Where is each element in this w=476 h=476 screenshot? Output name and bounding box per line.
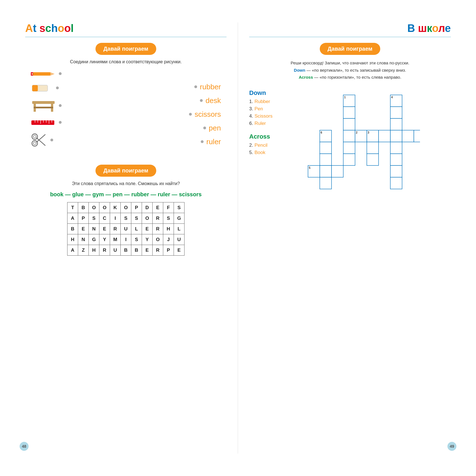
match-image-eraser [31, 83, 59, 93]
clues-panel: Down 1. Rubber 3. Pen 4. Scissors 6. Rul… [249, 89, 294, 208]
ws-cell: K [110, 202, 121, 213]
match-image-desk [31, 98, 62, 113]
word-dot-3 [189, 113, 192, 116]
desk-icon [31, 98, 56, 113]
svg-rect-33 [390, 107, 402, 118]
crossword-area: Down 1. Rubber 3. Pen 4. Scissors 6. Rul… [249, 89, 451, 208]
match-image-ruler [31, 118, 62, 127]
ws-cell: I [110, 213, 121, 224]
svg-rect-36 [390, 142, 402, 154]
ws-cell: N [89, 224, 99, 234]
intro-line3-rest: — «по горизонтали», то есть слева направ… [314, 75, 401, 80]
right-title-line [249, 37, 451, 37]
ws-cell: Y [142, 234, 153, 245]
ws-cell: O [153, 234, 163, 245]
clue-5-book: 5. Book [249, 150, 294, 155]
match-word-ruler: ruler [201, 137, 221, 146]
svg-point-19 [32, 134, 38, 139]
word-dot-5 [201, 140, 204, 143]
ws-cell: E [142, 245, 153, 256]
clue-book: Book [255, 150, 265, 155]
svg-rect-29 [343, 142, 355, 154]
clues-down: Down 1. Rubber 3. Pen 4. Scissors 6. Rul… [249, 89, 294, 126]
word-dot-1 [194, 85, 197, 88]
ws-cell: S [163, 213, 174, 224]
ws-cell: A [67, 245, 78, 256]
ws-cell: F [163, 202, 174, 213]
ws-row: BENERULERHL [67, 224, 185, 234]
match-word-scissors: scissors [189, 110, 221, 119]
crossword-grid-wrapper: .cw-cell { fill: white; stroke: #0072bc;… [302, 89, 451, 208]
ws-cell: Z [78, 245, 89, 256]
ws-cell: R [99, 245, 110, 256]
intro-down: Down [294, 68, 305, 73]
svg-line-23 [36, 138, 45, 146]
svg-rect-35 [390, 130, 402, 142]
svg-text:2: 2 [356, 131, 358, 134]
svg-text:4: 4 [391, 96, 393, 99]
ws-cell: G [174, 213, 185, 224]
ws-cell: P [131, 202, 142, 213]
ws-cell: B [131, 245, 142, 256]
ruler-icon [31, 118, 56, 127]
word-dot-4 [203, 127, 206, 129]
left-play-btn-2[interactable]: Давай поиграем [95, 165, 156, 177]
ws-cell: H [67, 234, 78, 245]
ws-cell: O [121, 202, 131, 213]
clues-across: Across 2. Pencil 5. Book [249, 133, 294, 155]
svg-rect-44 [320, 165, 332, 177]
ws-row: AZHRUBBERPE [67, 245, 185, 256]
clue-pencil: Pencil [255, 143, 267, 148]
ws-cell: E [153, 202, 163, 213]
svg-rect-57 [332, 165, 343, 177]
ws-cell: U [121, 224, 131, 234]
right-play-btn[interactable]: Давай поиграем [320, 43, 380, 55]
crossword-svg: .cw-cell { fill: white; stroke: #0072bc;… [302, 89, 420, 207]
svg-rect-39 [390, 177, 402, 189]
ws-cell: B [67, 224, 78, 234]
svg-rect-26 [343, 107, 355, 118]
ws-cell: O [99, 202, 110, 213]
matching-section: rubber desk scissors pen ruler [28, 69, 224, 159]
svg-rect-37 [390, 154, 402, 165]
ws-cell: A [67, 213, 78, 224]
left-title-line [25, 37, 227, 37]
svg-line-22 [36, 134, 45, 142]
svg-rect-5 [32, 85, 38, 91]
ws-cell: D [142, 202, 153, 213]
ws-cell: J [163, 234, 174, 245]
svg-rect-52 [379, 130, 390, 142]
ws-cell: E [99, 224, 110, 234]
wordsearch-grid: TBOOKOPDEFSAPSCISSORSGBENERULERHLHNGYMIS… [67, 202, 185, 256]
word-ruler: ruler [206, 137, 221, 146]
clue-2-pencil: 2. Pencil [249, 143, 294, 148]
ws-cell: O [89, 202, 99, 213]
matching-images [31, 69, 62, 159]
dot-5 [50, 139, 53, 141]
svg-rect-48 [367, 142, 379, 154]
svg-rect-42 [320, 142, 332, 154]
right-page-title: В школе [407, 22, 451, 34]
ws-cell: R [153, 245, 163, 256]
pencil-icon [31, 69, 56, 78]
left-play-btn-1[interactable]: Давай поиграем [95, 43, 156, 55]
svg-point-18 [32, 141, 38, 146]
ws-row: TBOOKOPDEFS [67, 202, 185, 213]
ws-cell: Y [99, 234, 110, 245]
left-page-title: At school [25, 22, 227, 34]
svg-rect-27 [343, 118, 355, 130]
ws-cell: R [153, 213, 163, 224]
svg-rect-53 [402, 130, 414, 142]
svg-rect-9 [34, 107, 53, 108]
word-desk: desk [206, 96, 221, 105]
word-dot-2 [200, 99, 203, 102]
right-page: В школе Давай поиграем Реши кроссворд! З… [238, 22, 459, 454]
ws-cell: S [131, 213, 142, 224]
intro-across: Across [299, 75, 313, 80]
svg-rect-45 [320, 177, 332, 189]
svg-text:1: 1 [344, 96, 346, 99]
ws-cell: B [78, 202, 89, 213]
svg-rect-43 [320, 154, 332, 165]
word-pen: pen [209, 124, 221, 132]
clue-6-ruler: 6. Ruler [249, 121, 294, 126]
